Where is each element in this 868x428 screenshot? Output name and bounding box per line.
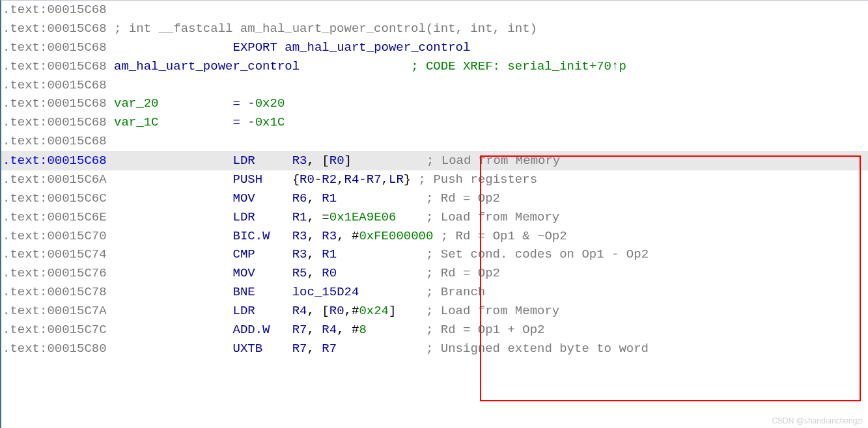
disasm-line[interactable]: .text:00015C6A PUSH {R0-R2,R4-R7,LR} ; P… <box>1 170 868 189</box>
text: ] <box>344 154 352 168</box>
text <box>255 247 292 261</box>
keyword: = - <box>233 115 255 129</box>
mnemonic: BNE <box>232 285 255 299</box>
disasm-line[interactable]: .text:00015C68 var_20 = -0x20 <box>1 94 868 113</box>
text <box>107 154 233 168</box>
register: R3 <box>322 229 337 243</box>
disasm-line[interactable]: .text:00015C6C MOV R6, R1 ; Rd = Op2 <box>1 189 868 208</box>
comment: ; Load from Memory <box>426 304 559 318</box>
address: .text:00015C7C <box>3 323 107 337</box>
address: .text:00015C76 <box>3 266 107 280</box>
text: , <box>382 172 389 187</box>
disasm-line[interactable]: .text:00015C68 var_1C = -0x1C <box>1 113 868 132</box>
disasm-line[interactable]: .text:00015C68 LDR R3, [R0] ; Load from … <box>1 151 868 170</box>
text: , <box>307 229 322 243</box>
text: { <box>262 172 300 187</box>
register: R7 <box>292 341 307 356</box>
disasm-line[interactable]: .text:00015C68 ; int __fastcall am_hal_u… <box>1 20 868 38</box>
address: .text:00015C78 <box>3 285 107 299</box>
address: .text:00015C68 <box>3 115 107 129</box>
address: .text:00015C68 <box>3 59 107 74</box>
disasm-line[interactable]: .text:00015C7A LDR R4, [R0,#0x24] ; Load… <box>1 302 868 321</box>
mnemonic: MOV <box>232 266 255 280</box>
immediate: 0x24 <box>359 304 389 318</box>
text <box>107 96 114 111</box>
address: .text:00015C80 <box>3 341 107 356</box>
address: .text:00015C6E <box>3 210 107 224</box>
text <box>255 304 292 318</box>
address: .text:00015C7A <box>3 304 107 318</box>
disassembly-listing[interactable]: .text:00015C68.text:00015C68 ; int __fas… <box>1 1 868 358</box>
comment: ; Load from Memory <box>426 210 559 224</box>
text <box>107 191 233 206</box>
label: loc_15D24 <box>292 285 359 299</box>
text <box>107 323 233 337</box>
disasm-line[interactable]: .text:00015C68 EXPORT am_hal_uart_power_… <box>1 38 868 57</box>
mnemonic: LDR <box>232 154 255 168</box>
text <box>352 154 427 168</box>
text <box>255 285 292 299</box>
text <box>107 247 233 261</box>
address: .text:00015C74 <box>3 247 107 261</box>
text <box>277 40 285 55</box>
register: R4 <box>344 172 359 187</box>
comment: ; Rd = Op2 <box>426 266 500 280</box>
register: R7 <box>322 341 337 356</box>
disasm-line[interactable]: .text:00015C76 MOV R5, R0 ; Rd = Op2 <box>1 264 868 283</box>
text <box>107 40 233 55</box>
mnemonic: MOV <box>232 191 255 206</box>
text: ] <box>389 304 426 318</box>
text <box>433 229 440 243</box>
disasm-line[interactable]: .text:00015C68 am_hal_uart_power_control… <box>1 57 868 76</box>
register: R5 <box>292 266 307 280</box>
register: R1 <box>292 210 307 224</box>
text <box>255 154 292 168</box>
address: .text:00015C68 <box>3 154 107 168</box>
text: , <box>307 191 322 206</box>
disasm-line[interactable]: .text:00015C74 CMP R3, R1 ; Set cond. co… <box>1 245 868 264</box>
disasm-line[interactable]: .text:00015C68 <box>1 1 868 20</box>
text: , # <box>337 323 359 337</box>
text <box>107 304 233 318</box>
keyword: = - <box>233 96 255 111</box>
text <box>337 341 426 356</box>
text: , <box>307 266 322 280</box>
text <box>255 266 292 280</box>
disasm-line[interactable]: .text:00015C68 <box>1 76 868 95</box>
register: R1 <box>322 247 337 261</box>
text <box>337 247 426 261</box>
text <box>262 341 292 356</box>
disasm-line[interactable]: .text:00015C78 BNE loc_15D24 ; Branch <box>1 283 868 302</box>
text <box>255 210 292 224</box>
text <box>396 210 426 224</box>
text <box>107 341 233 356</box>
text <box>300 59 411 74</box>
text: , [ <box>307 304 329 318</box>
register: R0 <box>300 172 315 187</box>
disasm-line[interactable]: .text:00015C80 UXTB R7, R7 ; Unsigned ex… <box>1 340 868 358</box>
watermark: CSDN @shandianchengzi <box>772 415 863 427</box>
register: R0 <box>329 154 344 168</box>
text <box>158 96 232 111</box>
disasm-line[interactable]: .text:00015C70 BIC.W R3, R3, #0xFE000000… <box>1 227 868 246</box>
address: .text:00015C6A <box>3 172 107 187</box>
address: .text:00015C68 <box>3 78 107 92</box>
comment: ; Load from Memory <box>427 154 560 168</box>
mnemonic: CMP <box>232 247 255 261</box>
register: R3 <box>292 229 307 243</box>
comment: ; Push registers <box>419 172 537 187</box>
text <box>367 323 426 337</box>
text <box>270 323 292 337</box>
text: , <box>307 247 322 261</box>
immediate: 0x20 <box>255 96 285 111</box>
register: R4 <box>292 304 307 318</box>
disasm-line[interactable]: .text:00015C6E LDR R1, =0x1EA9E06 ; Load… <box>1 208 868 227</box>
address: .text:00015C68 <box>3 96 107 111</box>
register: R2 <box>322 172 337 187</box>
text: , # <box>337 229 359 243</box>
immediate: 0xFE000000 <box>359 229 433 243</box>
disasm-line[interactable]: .text:00015C68 <box>1 132 868 151</box>
text <box>359 285 426 299</box>
text <box>107 172 233 187</box>
disasm-line[interactable]: .text:00015C7C ADD.W R7, R4, #8 ; Rd = O… <box>1 321 868 340</box>
